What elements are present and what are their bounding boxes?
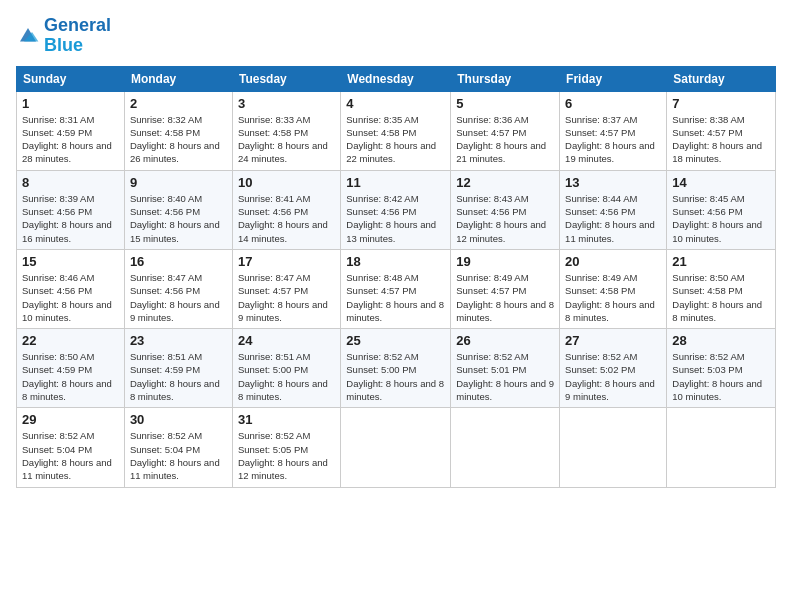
- calendar-cell: 22Sunrise: 8:50 AMSunset: 4:59 PMDayligh…: [17, 329, 125, 408]
- day-number: 7: [672, 96, 770, 111]
- weekday-header-thursday: Thursday: [451, 66, 560, 91]
- day-number: 16: [130, 254, 227, 269]
- calendar-cell: 10Sunrise: 8:41 AMSunset: 4:56 PMDayligh…: [232, 170, 340, 249]
- calendar-cell: 4Sunrise: 8:35 AMSunset: 4:58 PMDaylight…: [341, 91, 451, 170]
- day-info: Sunrise: 8:41 AMSunset: 4:56 PMDaylight:…: [238, 192, 335, 245]
- day-info: Sunrise: 8:47 AMSunset: 4:56 PMDaylight:…: [130, 271, 227, 324]
- day-info: Sunrise: 8:52 AMSunset: 5:00 PMDaylight:…: [346, 350, 445, 403]
- calendar-week-row: 1Sunrise: 8:31 AMSunset: 4:59 PMDaylight…: [17, 91, 776, 170]
- day-number: 22: [22, 333, 119, 348]
- calendar-cell: 2Sunrise: 8:32 AMSunset: 4:58 PMDaylight…: [124, 91, 232, 170]
- header: General Blue: [16, 16, 776, 56]
- day-info: Sunrise: 8:52 AMSunset: 5:03 PMDaylight:…: [672, 350, 770, 403]
- calendar-cell: 1Sunrise: 8:31 AMSunset: 4:59 PMDaylight…: [17, 91, 125, 170]
- day-info: Sunrise: 8:52 AMSunset: 5:02 PMDaylight:…: [565, 350, 661, 403]
- day-info: Sunrise: 8:51 AMSunset: 5:00 PMDaylight:…: [238, 350, 335, 403]
- day-number: 2: [130, 96, 227, 111]
- day-number: 12: [456, 175, 554, 190]
- weekday-header-friday: Friday: [560, 66, 667, 91]
- calendar-cell: 27Sunrise: 8:52 AMSunset: 5:02 PMDayligh…: [560, 329, 667, 408]
- day-number: 25: [346, 333, 445, 348]
- calendar-cell: 31Sunrise: 8:52 AMSunset: 5:05 PMDayligh…: [232, 408, 340, 487]
- weekday-header-tuesday: Tuesday: [232, 66, 340, 91]
- calendar-cell: 19Sunrise: 8:49 AMSunset: 4:57 PMDayligh…: [451, 249, 560, 328]
- calendar-cell: 21Sunrise: 8:50 AMSunset: 4:58 PMDayligh…: [667, 249, 776, 328]
- day-info: Sunrise: 8:44 AMSunset: 4:56 PMDaylight:…: [565, 192, 661, 245]
- logo: General Blue: [16, 16, 111, 56]
- calendar-cell: 20Sunrise: 8:49 AMSunset: 4:58 PMDayligh…: [560, 249, 667, 328]
- day-info: Sunrise: 8:51 AMSunset: 4:59 PMDaylight:…: [130, 350, 227, 403]
- day-number: 8: [22, 175, 119, 190]
- day-number: 6: [565, 96, 661, 111]
- weekday-header-monday: Monday: [124, 66, 232, 91]
- day-number: 28: [672, 333, 770, 348]
- day-info: Sunrise: 8:45 AMSunset: 4:56 PMDaylight:…: [672, 192, 770, 245]
- calendar-cell: 30Sunrise: 8:52 AMSunset: 5:04 PMDayligh…: [124, 408, 232, 487]
- day-info: Sunrise: 8:52 AMSunset: 5:04 PMDaylight:…: [22, 429, 119, 482]
- calendar-cell: 17Sunrise: 8:47 AMSunset: 4:57 PMDayligh…: [232, 249, 340, 328]
- day-number: 3: [238, 96, 335, 111]
- weekday-header-sunday: Sunday: [17, 66, 125, 91]
- calendar-cell: 14Sunrise: 8:45 AMSunset: 4:56 PMDayligh…: [667, 170, 776, 249]
- day-info: Sunrise: 8:38 AMSunset: 4:57 PMDaylight:…: [672, 113, 770, 166]
- calendar-cell: 28Sunrise: 8:52 AMSunset: 5:03 PMDayligh…: [667, 329, 776, 408]
- day-number: 10: [238, 175, 335, 190]
- page: General Blue SundayMondayTuesdayWednesda…: [0, 0, 792, 612]
- day-info: Sunrise: 8:49 AMSunset: 4:57 PMDaylight:…: [456, 271, 554, 324]
- calendar-table: SundayMondayTuesdayWednesdayThursdayFrid…: [16, 66, 776, 488]
- day-info: Sunrise: 8:32 AMSunset: 4:58 PMDaylight:…: [130, 113, 227, 166]
- calendar-cell: [341, 408, 451, 487]
- day-info: Sunrise: 8:52 AMSunset: 5:04 PMDaylight:…: [130, 429, 227, 482]
- calendar-cell: 15Sunrise: 8:46 AMSunset: 4:56 PMDayligh…: [17, 249, 125, 328]
- day-info: Sunrise: 8:46 AMSunset: 4:56 PMDaylight:…: [22, 271, 119, 324]
- day-number: 14: [672, 175, 770, 190]
- day-info: Sunrise: 8:52 AMSunset: 5:05 PMDaylight:…: [238, 429, 335, 482]
- day-number: 23: [130, 333, 227, 348]
- logo-icon: [16, 24, 40, 48]
- calendar-cell: 26Sunrise: 8:52 AMSunset: 5:01 PMDayligh…: [451, 329, 560, 408]
- day-number: 24: [238, 333, 335, 348]
- calendar-cell: 5Sunrise: 8:36 AMSunset: 4:57 PMDaylight…: [451, 91, 560, 170]
- calendar-cell: 23Sunrise: 8:51 AMSunset: 4:59 PMDayligh…: [124, 329, 232, 408]
- day-info: Sunrise: 8:37 AMSunset: 4:57 PMDaylight:…: [565, 113, 661, 166]
- logo-blue: Blue: [44, 35, 83, 55]
- day-number: 4: [346, 96, 445, 111]
- day-number: 5: [456, 96, 554, 111]
- calendar-cell: 13Sunrise: 8:44 AMSunset: 4:56 PMDayligh…: [560, 170, 667, 249]
- weekday-header-saturday: Saturday: [667, 66, 776, 91]
- calendar-cell: 8Sunrise: 8:39 AMSunset: 4:56 PMDaylight…: [17, 170, 125, 249]
- calendar-cell: 25Sunrise: 8:52 AMSunset: 5:00 PMDayligh…: [341, 329, 451, 408]
- calendar-week-row: 29Sunrise: 8:52 AMSunset: 5:04 PMDayligh…: [17, 408, 776, 487]
- day-info: Sunrise: 8:40 AMSunset: 4:56 PMDaylight:…: [130, 192, 227, 245]
- calendar-cell: [667, 408, 776, 487]
- weekday-header-wednesday: Wednesday: [341, 66, 451, 91]
- day-info: Sunrise: 8:33 AMSunset: 4:58 PMDaylight:…: [238, 113, 335, 166]
- calendar-cell: 11Sunrise: 8:42 AMSunset: 4:56 PMDayligh…: [341, 170, 451, 249]
- day-number: 18: [346, 254, 445, 269]
- day-number: 9: [130, 175, 227, 190]
- logo-general: General: [44, 15, 111, 35]
- day-number: 27: [565, 333, 661, 348]
- calendar-cell: 9Sunrise: 8:40 AMSunset: 4:56 PMDaylight…: [124, 170, 232, 249]
- day-info: Sunrise: 8:39 AMSunset: 4:56 PMDaylight:…: [22, 192, 119, 245]
- day-number: 20: [565, 254, 661, 269]
- calendar-cell: 24Sunrise: 8:51 AMSunset: 5:00 PMDayligh…: [232, 329, 340, 408]
- calendar-cell: 7Sunrise: 8:38 AMSunset: 4:57 PMDaylight…: [667, 91, 776, 170]
- weekday-header-row: SundayMondayTuesdayWednesdayThursdayFrid…: [17, 66, 776, 91]
- logo-text: General Blue: [44, 16, 111, 56]
- calendar-cell: [451, 408, 560, 487]
- day-number: 1: [22, 96, 119, 111]
- day-info: Sunrise: 8:47 AMSunset: 4:57 PMDaylight:…: [238, 271, 335, 324]
- calendar-week-row: 15Sunrise: 8:46 AMSunset: 4:56 PMDayligh…: [17, 249, 776, 328]
- calendar-cell: 16Sunrise: 8:47 AMSunset: 4:56 PMDayligh…: [124, 249, 232, 328]
- day-number: 17: [238, 254, 335, 269]
- day-info: Sunrise: 8:52 AMSunset: 5:01 PMDaylight:…: [456, 350, 554, 403]
- calendar-week-row: 22Sunrise: 8:50 AMSunset: 4:59 PMDayligh…: [17, 329, 776, 408]
- day-info: Sunrise: 8:48 AMSunset: 4:57 PMDaylight:…: [346, 271, 445, 324]
- day-number: 31: [238, 412, 335, 427]
- calendar-cell: 29Sunrise: 8:52 AMSunset: 5:04 PMDayligh…: [17, 408, 125, 487]
- day-number: 13: [565, 175, 661, 190]
- calendar-cell: [560, 408, 667, 487]
- day-number: 30: [130, 412, 227, 427]
- day-info: Sunrise: 8:42 AMSunset: 4:56 PMDaylight:…: [346, 192, 445, 245]
